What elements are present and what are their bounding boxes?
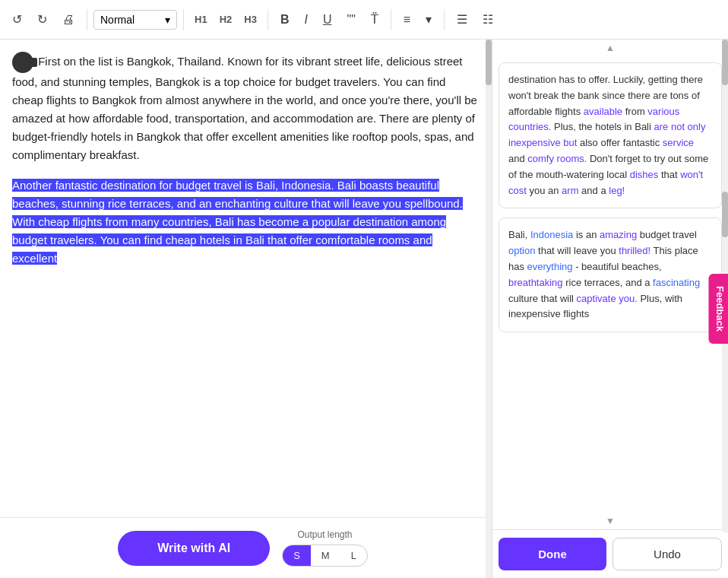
s1-link6[interactable]: dishes [630,169,659,180]
s1-link5[interactable]: comfy rooms. [527,153,587,164]
ordered-list-button[interactable]: ☷ [476,8,499,31]
s1-text9: and a [579,185,609,196]
size-buttons: S M L [282,545,368,567]
right-panel-scroll[interactable]: destination has to offer. Luckily, getti… [492,56,728,513]
h3-button[interactable]: H3 [239,11,261,28]
output-length-label: Output length [297,529,352,540]
s2-link8[interactable]: captivate you. [577,293,638,304]
size-s-button[interactable]: S [283,545,311,566]
s1-text4: also offer fantastic [577,137,663,148]
editor-pane: First on the list is Bangkok, Thailand. … [0,40,492,578]
paragraph-1: First on the list is Bangkok, Thailand. … [12,52,480,164]
divider2 [183,9,184,30]
write-ai-button[interactable]: Write with AI [118,531,270,566]
s1-text2: from [622,106,647,117]
style-dropdown[interactable]: Normal ▾ [93,10,177,30]
s1-text3: Plus, the hotels in Bali [551,121,654,132]
s1-link1[interactable]: available [584,106,622,117]
output-length-panel: Output length S M L [282,529,368,567]
h2-button[interactable]: H2 [215,11,237,28]
print-button[interactable]: 🖨 [56,8,81,31]
quote-button[interactable]: "" [340,8,361,31]
right-scrollbar-thumb-top[interactable] [722,40,728,85]
size-l-button[interactable]: L [340,545,367,566]
italic-button[interactable]: I [298,8,313,31]
divider5 [444,9,445,30]
style-label: Normal [100,14,135,26]
undo-button[interactable]: Undo [612,538,722,570]
h1-button[interactable]: H1 [190,11,212,28]
editor-scrollbar[interactable] [486,40,492,578]
paragraph-1-text: First on the list is Bangkok, Thailand. … [12,55,477,161]
s1-link4[interactable]: service [663,137,694,148]
s2-text4: that will leave you [535,245,619,256]
suggestion-box-1: destination has to offer. Luckily, getti… [499,62,722,208]
align-button[interactable]: ≡ [397,8,416,31]
s2-text3: budget travel [637,229,697,240]
paragraph-2: Another fantastic destination for budget… [12,176,480,268]
s1-link9[interactable]: leg! [609,185,625,196]
s2-link6[interactable]: breathtaking [508,277,563,288]
list-button[interactable]: ☰ [451,8,473,31]
right-scrollbar-thumb-bottom[interactable] [722,192,728,237]
editor-content[interactable]: First on the list is Bangkok, Thailand. … [0,40,492,517]
s2-link4[interactable]: thrilled! [619,245,650,256]
align-dropdown-button[interactable]: ▾ [419,8,438,31]
s1-link8[interactable]: arm [562,185,578,196]
main-area: First on the list is Bangkok, Thailand. … [0,40,728,578]
editor-scrollbar-thumb[interactable] [486,40,492,85]
s2-link1[interactable]: Indonesia [530,229,573,240]
redo-button[interactable]: ↻ [31,8,53,31]
toolbar: ↺ ↻ 🖨 Normal ▾ H1 H2 H3 B I U "" T̈ ≡ ▾ … [0,0,728,40]
s1-text8: you an [527,185,562,196]
underline-button[interactable]: U [317,8,338,31]
s2-link2[interactable]: amazing [600,229,637,240]
divider4 [391,9,391,30]
dropdown-arrow-icon: ▾ [165,14,170,26]
s1-text5: and [508,153,527,164]
s2-link7[interactable]: fascinating [653,277,700,288]
suggestion-box-2: Bali, Indonesia is an amazing budget tra… [499,218,722,332]
undo-button[interactable]: ↺ [6,8,28,31]
divider3 [267,9,268,30]
right-scroll-up[interactable]: ▲ [492,40,728,56]
feedback-tab[interactable]: Feedback [709,274,728,344]
s1-text7: that [658,169,680,180]
divider1 [87,9,87,30]
action-buttons: Done Undo [492,529,728,578]
right-panel: Feedback ▲ destination has to offer. Luc… [492,40,728,578]
s2-text2: is an [573,229,600,240]
s2-text8: culture that will [508,293,577,304]
done-button[interactable]: Done [499,538,606,570]
bottom-bar: Write with AI Output length S M L [0,517,486,578]
s2-text1: Bali, [508,229,530,240]
s2-link3[interactable]: option [508,245,535,256]
s2-text6: - beautiful beaches, [573,261,662,272]
format-button[interactable]: T̈ [365,8,385,31]
s2-link5[interactable]: everything [527,261,573,272]
size-m-button[interactable]: M [311,545,340,566]
s2-text7: rice terraces, and a [563,277,654,288]
right-scroll-down[interactable]: ▼ [492,513,728,529]
paragraph-2-selected: Another fantastic destination for budget… [12,179,463,265]
bold-button[interactable]: B [274,8,296,31]
